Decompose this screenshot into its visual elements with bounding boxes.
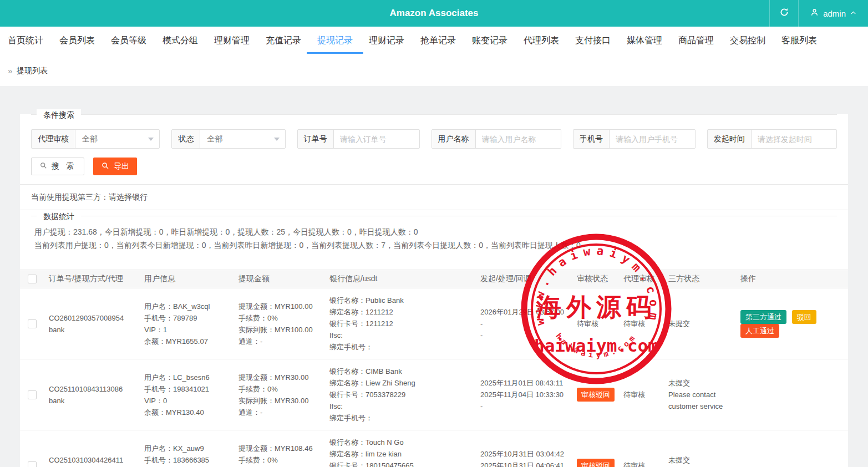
tab-grab-record[interactable]: 抢单记录 [420,27,456,55]
stats-legend: 数据统计 [37,211,81,222]
agent-audit-select[interactable]: 全部 [75,130,159,148]
tab-agent-list[interactable]: 代理列表 [524,27,559,55]
tab-member-level[interactable]: 会员等级 [111,27,146,55]
amount-cell: 提现金额：MYR100.00手续费：0% 实际到账：MYR100.00通道：- [238,301,329,347]
bank-cell: 银行名称：Touch N Go绑定名称：lim tze kian 银行卡号：18… [329,436,480,467]
time-cell: 2025年10月31日 03:04:422025年10月31日 04:06:41… [480,448,577,467]
row-checkbox[interactable] [28,319,37,328]
tab-balance-record[interactable]: 账变记录 [472,27,507,55]
tab-recharge-record[interactable]: 充值记录 [266,27,301,55]
search-actions: 搜 索 导出 [31,158,848,175]
start-time-filter: 发起时间 [707,129,837,149]
stats-line-2: 当前列表用户提现：0，当前列表今日新增提现：0，当前列表昨日新增提现：0，当前列… [34,238,834,252]
audit-rejected-badge: 审核驳回 [577,459,615,467]
audit-status-cell: 审核驳回 [577,388,623,402]
user-cell: 用户名：KX_auw9手机号：183666385 VIP：0余额：MYR108.… [144,443,238,467]
tab-goods-manage[interactable]: 商品管理 [678,27,714,55]
refresh-icon [779,7,789,19]
col-amount: 提现金额 [238,274,329,284]
user-cell: 用户名：BAK_w3cql手机号：789789 VIP：1余额：MYR1655.… [144,301,238,347]
order-cell: CO2511010843113086bank [49,383,144,407]
phone-input[interactable] [610,130,696,148]
table-header: 订单号/提现方式/代理 用户信息 提现金额 银行信息/usdt 发起/处理/回调… [20,270,848,288]
content-area: 条件搜索 代理审核 全部 状态 全部 订单号 [0,86,868,467]
audit-rejected-badge: 审核驳回 [577,388,615,402]
bank-cell: 银行名称：Public Bank绑定名称：1211212 银行卡号：121121… [329,295,480,353]
agent-audit-cell: 待审核 [623,460,668,467]
actions-cell: 第三方通过 驳回 人工通过 [740,310,848,338]
username-input[interactable] [476,130,561,148]
export-button[interactable]: 导出 [93,158,137,175]
page-title: 提现列表 [17,66,48,76]
breadcrumb: » 提现列表 [0,55,868,86]
tab-member-list[interactable]: 会员列表 [59,27,95,55]
reject-button[interactable]: 驳回 [792,310,816,324]
third-status-cell: 未提交Please contact customer service [668,377,740,412]
tab-finance-record[interactable]: 理财记录 [369,27,404,55]
search-icon [39,161,48,171]
select-all-checkbox[interactable] [28,275,37,283]
third-party-notice: 当前使用提现第三方：请选择银行 [20,184,848,210]
row-checkbox[interactable] [28,390,37,399]
start-time-input[interactable] [752,130,837,148]
stats-line-1: 用户提现：231.68，今日新增提现：0，昨日新增提现：0，提现人数：25，今日… [34,225,834,238]
order-no-input[interactable] [334,130,420,148]
user-name: admin [823,9,846,18]
col-time: 发起/处理/回调 [480,274,577,284]
order-cell: CO2601290357008954bank [49,312,144,336]
table-row: CO2510310304426411bank 用户名：KX_auw9手机号：18… [20,430,848,467]
search-button[interactable]: 搜 索 [31,158,84,175]
withdraw-list-card: 条件搜索 代理审核 全部 状态 全部 订单号 [20,114,848,467]
user-icon [810,8,819,19]
chevron-down-icon [274,138,280,141]
username-label: 用户名称 [432,130,476,148]
chevron-up-icon [850,9,857,18]
tab-trade-control[interactable]: 交易控制 [730,27,765,55]
col-user: 用户信息 [144,274,238,284]
amount-cell: 提现金额：MYR30.00手续费：0% 实际到账：MYR30.00通道：- [238,372,329,418]
stats-block: 用户提现：231.68，今日新增提现：0，昨日新增提现：0，提现人数：25，今日… [31,216,837,254]
manual-pass-button[interactable]: 人工通过 [740,324,779,338]
third-status-cell: 未提交Contact CS [668,454,740,467]
audit-status-cell: 审核驳回 [577,459,623,467]
breadcrumb-arrows-icon: » [8,66,12,75]
amount-cell: 提现金额：MYR108.46手续费：0% 实际到账：MYR108.46通道：- [238,443,329,467]
start-time-label: 发起时间 [708,130,752,148]
user-menu[interactable]: admin [798,0,868,27]
chevron-down-icon [148,138,154,141]
audit-status-cell: 待审核 [577,318,623,329]
phone-filter: 手机号 [573,129,696,149]
search-form: 代理审核 全部 状态 全部 订单号 [31,115,837,149]
tab-finance-manage[interactable]: 理财管理 [214,27,250,55]
col-audit: 审核状态 [577,274,623,284]
stats-fieldset: 数据统计 用户提现：231.68，今日新增提现：0，昨日新增提现：0，提现人数：… [31,216,837,254]
tab-cs-list[interactable]: 客服列表 [781,27,817,55]
third-party-pass-button[interactable]: 第三方通过 [740,310,786,324]
order-cell: CO2510310304426411bank [49,454,144,467]
username-filter: 用户名称 [432,129,561,149]
status-label: 状态 [172,130,200,148]
col-actions: 操作 [740,274,848,284]
phone-label: 手机号 [573,130,610,148]
row-checkbox[interactable] [28,461,37,467]
agent-audit-label: 代理审核 [32,130,75,148]
col-order: 订单号/提现方式/代理 [49,274,144,284]
top-bar: Amazon Associates admin [0,0,868,27]
time-cell: 2025年11月01日 08:43:112025年11月04日 10:33:30… [480,377,577,412]
time-cell: 2026年01月29日 03:57:00- - [480,306,577,341]
col-agent: 代理审核 [623,274,668,284]
refresh-button[interactable] [769,0,798,27]
main-nav: 首页统计 会员列表 会员等级 模式分组 理财管理 充值记录 提现记录 理财记录 … [0,27,868,55]
user-cell: 用户名：LC_bsesn6手机号：198341021 VIP：0余额：MYR13… [144,372,238,418]
tab-withdraw-record[interactable]: 提现记录 [317,27,353,55]
status-select[interactable]: 全部 [200,130,285,148]
tab-pay-interface[interactable]: 支付接口 [575,27,611,55]
app-title: Amazon Associates [0,0,868,27]
topbar-controls: admin [769,0,868,27]
tab-mode-group[interactable]: 模式分组 [163,27,198,55]
search-legend: 条件搜索 [37,109,81,120]
tab-media-manage[interactable]: 媒体管理 [627,27,662,55]
agent-audit-filter: 代理审核 全部 [31,129,160,149]
table-row: CO2601290357008954bank 用户名：BAK_w3cql手机号：… [20,288,848,359]
tab-home-stats[interactable]: 首页统计 [8,27,43,55]
